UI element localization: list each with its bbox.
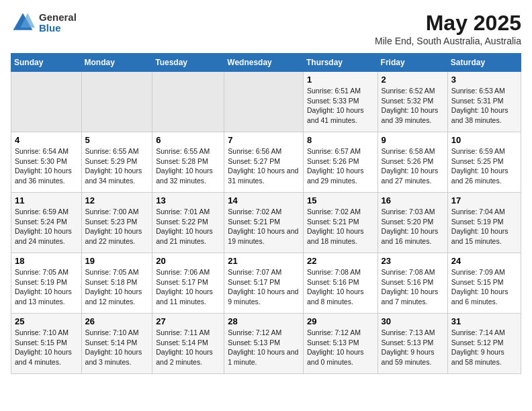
day-info: Sunrise: 7:03 AMSunset: 5:20 PMDaylight:… [382, 207, 444, 246]
weekday-header-row: SundayMondayTuesdayWednesdayThursdayFrid… [11, 54, 521, 72]
day-number: 18 [15, 256, 78, 266]
weekday-header-friday: Friday [378, 54, 447, 72]
calendar-cell: 7Sunrise: 6:56 AMSunset: 5:27 PMDaylight… [224, 132, 304, 193]
day-number: 6 [156, 135, 220, 145]
day-info: Sunrise: 6:59 AMSunset: 5:24 PMDaylight:… [15, 207, 78, 246]
calendar-cell: 13Sunrise: 7:01 AMSunset: 5:22 PMDayligh… [152, 193, 224, 253]
day-number: 2 [382, 75, 444, 85]
day-info: Sunrise: 7:12 AMSunset: 5:13 PMDaylight:… [307, 328, 374, 367]
calendar-cell: 10Sunrise: 6:59 AMSunset: 5:25 PMDayligh… [447, 132, 521, 193]
calendar-cell: 4Sunrise: 6:54 AMSunset: 5:30 PMDaylight… [11, 132, 82, 193]
day-info: Sunrise: 7:05 AMSunset: 5:19 PMDaylight:… [15, 267, 78, 307]
day-info: Sunrise: 7:01 AMSunset: 5:22 PMDaylight:… [156, 207, 220, 246]
weekday-header-monday: Monday [81, 54, 152, 72]
day-info: Sunrise: 7:05 AMSunset: 5:18 PMDaylight:… [85, 267, 149, 307]
calendar-cell: 12Sunrise: 7:00 AMSunset: 5:23 PMDayligh… [81, 193, 152, 253]
calendar-cell: 6Sunrise: 6:55 AMSunset: 5:28 PMDaylight… [152, 132, 224, 193]
calendar-cell: 15Sunrise: 7:02 AMSunset: 5:21 PMDayligh… [303, 193, 378, 253]
day-number: 5 [85, 135, 149, 145]
day-info: Sunrise: 7:14 AMSunset: 5:12 PMDaylight:… [451, 328, 517, 367]
day-info: Sunrise: 6:55 AMSunset: 5:29 PMDaylight:… [85, 146, 149, 186]
day-info: Sunrise: 6:51 AMSunset: 5:33 PMDaylight:… [307, 86, 374, 126]
day-info: Sunrise: 6:53 AMSunset: 5:31 PMDaylight:… [451, 86, 517, 126]
day-info: Sunrise: 7:08 AMSunset: 5:16 PMDaylight:… [382, 267, 444, 307]
title-block: May 2025 Mile End, South Australia, Aust… [375, 11, 521, 46]
calendar-cell: 29Sunrise: 7:12 AMSunset: 5:13 PMDayligh… [303, 314, 378, 374]
calendar-cell: 8Sunrise: 6:57 AMSunset: 5:26 PMDaylight… [303, 132, 378, 193]
day-info: Sunrise: 6:55 AMSunset: 5:28 PMDaylight:… [156, 146, 220, 186]
logo-icon [11, 11, 35, 35]
day-info: Sunrise: 6:52 AMSunset: 5:32 PMDaylight:… [382, 86, 444, 126]
day-number: 20 [156, 256, 220, 266]
calendar-cell: 24Sunrise: 7:09 AMSunset: 5:15 PMDayligh… [447, 253, 521, 314]
weekday-header-thursday: Thursday [303, 54, 378, 72]
day-info: Sunrise: 7:09 AMSunset: 5:15 PMDaylight:… [451, 267, 517, 307]
day-info: Sunrise: 7:00 AMSunset: 5:23 PMDaylight:… [85, 207, 149, 246]
logo: General Blue [11, 11, 77, 35]
day-number: 27 [156, 316, 220, 326]
calendar-cell: 3Sunrise: 6:53 AMSunset: 5:31 PMDaylight… [447, 72, 521, 132]
day-number: 19 [85, 256, 149, 266]
day-number: 30 [382, 316, 444, 326]
day-number: 25 [15, 316, 78, 326]
day-number: 9 [382, 135, 444, 145]
day-number: 28 [228, 316, 300, 326]
calendar-cell: 2Sunrise: 6:52 AMSunset: 5:32 PMDaylight… [378, 72, 447, 132]
logo-blue: Blue [39, 23, 77, 34]
weekday-header-wednesday: Wednesday [224, 54, 304, 72]
day-number: 3 [451, 75, 517, 85]
calendar-cell: 23Sunrise: 7:08 AMSunset: 5:16 PMDayligh… [378, 253, 447, 314]
calendar-cell: 30Sunrise: 7:13 AMSunset: 5:13 PMDayligh… [378, 314, 447, 374]
calendar-cell [81, 72, 152, 132]
day-info: Sunrise: 7:13 AMSunset: 5:13 PMDaylight:… [382, 328, 444, 367]
calendar-cell: 25Sunrise: 7:10 AMSunset: 5:15 PMDayligh… [11, 314, 82, 374]
day-info: Sunrise: 7:06 AMSunset: 5:17 PMDaylight:… [156, 267, 220, 307]
day-number: 11 [15, 195, 78, 205]
day-number: 14 [228, 195, 300, 205]
calendar-week-row: 4Sunrise: 6:54 AMSunset: 5:30 PMDaylight… [11, 132, 521, 193]
day-number: 13 [156, 195, 220, 205]
calendar-cell: 20Sunrise: 7:06 AMSunset: 5:17 PMDayligh… [152, 253, 224, 314]
day-info: Sunrise: 6:54 AMSunset: 5:30 PMDaylight:… [15, 146, 78, 186]
calendar-cell: 22Sunrise: 7:08 AMSunset: 5:16 PMDayligh… [303, 253, 378, 314]
weekday-header-sunday: Sunday [11, 54, 82, 72]
location-subtitle: Mile End, South Australia, Australia [375, 36, 521, 46]
calendar-cell: 26Sunrise: 7:10 AMSunset: 5:14 PMDayligh… [81, 314, 152, 374]
day-number: 7 [228, 135, 300, 145]
day-number: 31 [451, 316, 517, 326]
calendar-week-row: 11Sunrise: 6:59 AMSunset: 5:24 PMDayligh… [11, 193, 521, 253]
calendar-cell: 21Sunrise: 7:07 AMSunset: 5:17 PMDayligh… [224, 253, 304, 314]
calendar-cell [152, 72, 224, 132]
calendar-cell: 31Sunrise: 7:14 AMSunset: 5:12 PMDayligh… [447, 314, 521, 374]
day-number: 23 [382, 256, 444, 266]
weekday-header-tuesday: Tuesday [152, 54, 224, 72]
day-number: 1 [307, 75, 374, 85]
day-info: Sunrise: 7:04 AMSunset: 5:19 PMDaylight:… [451, 207, 517, 246]
day-info: Sunrise: 7:08 AMSunset: 5:16 PMDaylight:… [307, 267, 374, 307]
day-number: 16 [382, 195, 444, 205]
day-number: 10 [451, 135, 517, 145]
day-number: 15 [307, 195, 374, 205]
day-info: Sunrise: 6:56 AMSunset: 5:27 PMDaylight:… [228, 146, 300, 186]
logo-text: General Blue [39, 12, 77, 34]
day-number: 21 [228, 256, 300, 266]
day-number: 22 [307, 256, 374, 266]
day-number: 26 [85, 316, 149, 326]
calendar-cell: 9Sunrise: 6:58 AMSunset: 5:26 PMDaylight… [378, 132, 447, 193]
day-info: Sunrise: 7:11 AMSunset: 5:14 PMDaylight:… [156, 328, 220, 367]
day-number: 29 [307, 316, 374, 326]
calendar-cell: 18Sunrise: 7:05 AMSunset: 5:19 PMDayligh… [11, 253, 82, 314]
calendar-cell: 14Sunrise: 7:02 AMSunset: 5:21 PMDayligh… [224, 193, 304, 253]
calendar-week-row: 1Sunrise: 6:51 AMSunset: 5:33 PMDaylight… [11, 72, 521, 132]
day-info: Sunrise: 7:10 AMSunset: 5:14 PMDaylight:… [85, 328, 149, 367]
day-info: Sunrise: 6:59 AMSunset: 5:25 PMDaylight:… [451, 146, 517, 186]
calendar-cell: 27Sunrise: 7:11 AMSunset: 5:14 PMDayligh… [152, 314, 224, 374]
month-year-title: May 2025 [375, 11, 521, 36]
day-info: Sunrise: 7:02 AMSunset: 5:21 PMDaylight:… [307, 207, 374, 246]
calendar-cell [224, 72, 304, 132]
logo-general: General [39, 12, 77, 24]
calendar-cell: 17Sunrise: 7:04 AMSunset: 5:19 PMDayligh… [447, 193, 521, 253]
calendar-cell: 11Sunrise: 6:59 AMSunset: 5:24 PMDayligh… [11, 193, 82, 253]
day-info: Sunrise: 6:58 AMSunset: 5:26 PMDaylight:… [382, 146, 444, 186]
day-number: 17 [451, 195, 517, 205]
